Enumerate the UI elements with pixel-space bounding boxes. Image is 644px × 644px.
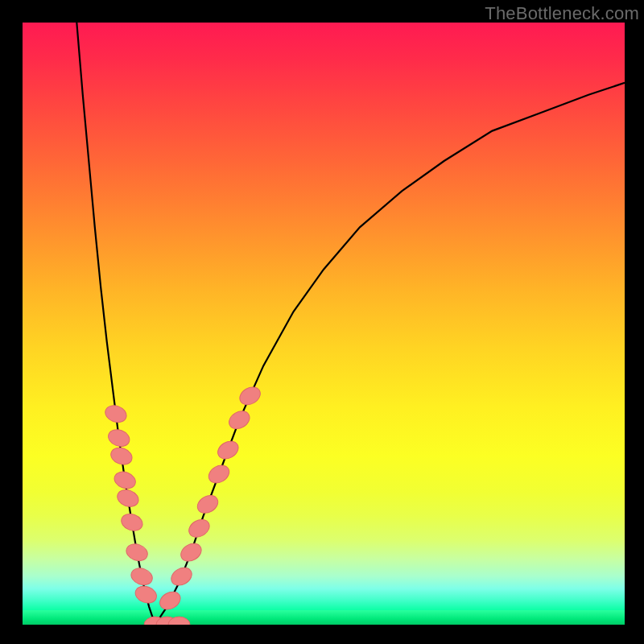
data-marker (106, 427, 132, 449)
data-marker (178, 540, 204, 565)
data-marker (168, 564, 195, 589)
data-marker (124, 541, 150, 564)
data-marker (226, 407, 253, 432)
data-marker (112, 469, 138, 492)
data-marker (133, 584, 159, 606)
data-marker (103, 402, 129, 425)
data-marker (194, 492, 221, 517)
data-marker (109, 445, 134, 468)
data-marker (237, 383, 263, 408)
data-marker (157, 588, 184, 613)
data-marker (215, 438, 242, 463)
data-marker (115, 487, 141, 510)
outer-frame: TheBottleneck.com (0, 0, 644, 644)
data-marker (119, 511, 145, 534)
watermark-text: TheBottleneck.com (485, 3, 639, 24)
data-marker (129, 565, 155, 588)
curve-right-branch (155, 83, 625, 625)
curve-left-branch (76, 23, 155, 625)
plot-area (23, 23, 625, 625)
bottleneck-curve (23, 23, 625, 625)
data-marker (205, 462, 232, 487)
data-marker (186, 516, 213, 541)
marker-layer (103, 383, 263, 625)
